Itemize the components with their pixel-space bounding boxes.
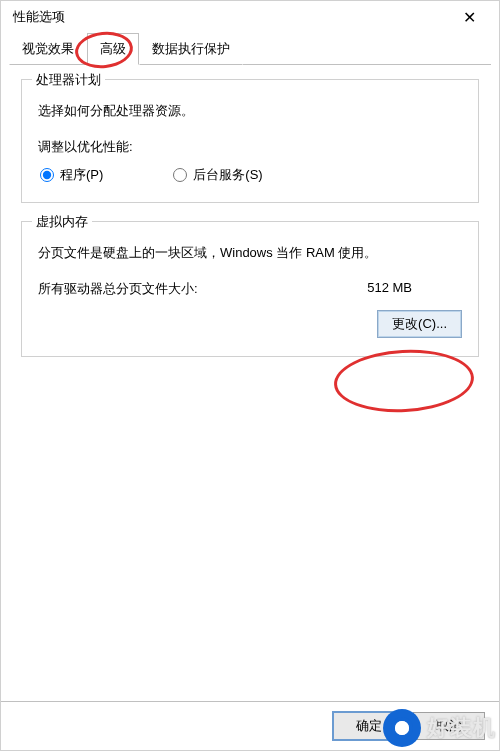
ok-button[interactable]: 确定 <box>333 712 405 740</box>
virtual-memory-group: 虚拟内存 分页文件是硬盘上的一块区域，Windows 当作 RAM 使用。 所有… <box>21 221 479 357</box>
ok-button-label: 确定 <box>356 718 382 733</box>
radio-programs-input[interactable] <box>40 168 54 182</box>
radio-programs[interactable]: 程序(P) <box>40 166 103 184</box>
radio-services-input[interactable] <box>173 168 187 182</box>
radio-services[interactable]: 后台服务(S) <box>173 166 262 184</box>
change-button[interactable]: 更改(C)... <box>377 310 462 338</box>
tab-strip: 视觉效果 高级 数据执行保护 <box>1 33 499 65</box>
performance-options-dialog: 性能选项 ✕ 视觉效果 高级 数据执行保护 处理器计划 选择如何分配处理器资源。… <box>0 0 500 751</box>
vm-total-label: 所有驱动器总分页文件大小: <box>38 280 198 298</box>
tab-visual-effects[interactable]: 视觉效果 <box>9 33 87 65</box>
cancel-button-label: 取消 <box>436 718 462 733</box>
tab-label: 数据执行保护 <box>152 41 230 56</box>
group-title: 处理器计划 <box>32 71 105 89</box>
radio-row: 程序(P) 后台服务(S) <box>38 166 462 184</box>
tab-advanced[interactable]: 高级 <box>87 33 139 65</box>
processor-scheduling-group: 处理器计划 选择如何分配处理器资源。 调整以优化性能: 程序(P) 后台服务(S… <box>21 79 479 203</box>
vm-desc: 分页文件是硬盘上的一块区域，Windows 当作 RAM 使用。 <box>38 244 462 262</box>
adjust-label: 调整以优化性能: <box>38 138 462 156</box>
close-icon: ✕ <box>463 8 476 27</box>
window-title: 性能选项 <box>13 8 65 26</box>
tab-content: 处理器计划 选择如何分配处理器资源。 调整以优化性能: 程序(P) 后台服务(S… <box>1 65 499 701</box>
vm-total-value: 512 MB <box>367 280 412 298</box>
processor-desc: 选择如何分配处理器资源。 <box>38 102 462 120</box>
tab-label: 高级 <box>100 41 126 56</box>
tab-dep[interactable]: 数据执行保护 <box>139 33 243 65</box>
tab-label: 视觉效果 <box>22 41 74 56</box>
cancel-button[interactable]: 取消 <box>413 712 485 740</box>
group-title: 虚拟内存 <box>32 213 92 231</box>
change-button-label: 更改(C)... <box>392 316 447 331</box>
tabstrip-filler <box>243 33 491 65</box>
radio-services-label: 后台服务(S) <box>193 166 262 184</box>
titlebar: 性能选项 ✕ <box>1 1 499 33</box>
close-button[interactable]: ✕ <box>449 3 489 31</box>
dialog-button-bar: 确定 取消 <box>1 701 499 750</box>
vm-size-row: 所有驱动器总分页文件大小: 512 MB <box>38 280 462 298</box>
radio-programs-label: 程序(P) <box>60 166 103 184</box>
